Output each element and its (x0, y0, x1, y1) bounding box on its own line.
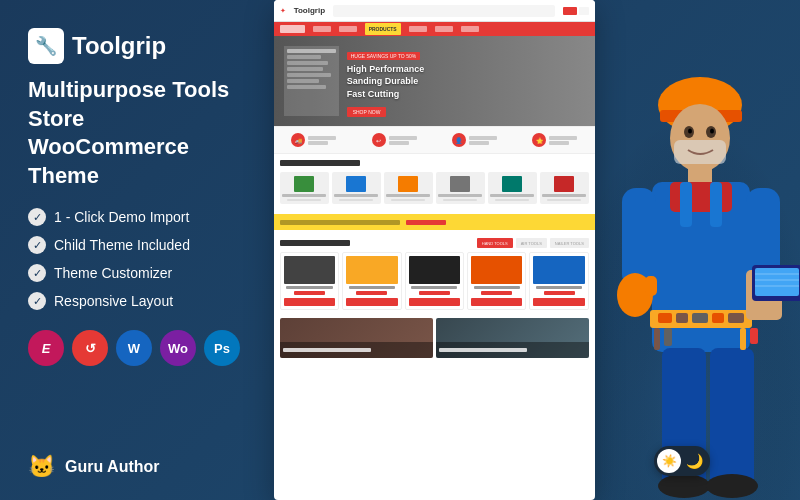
svg-rect-4 (674, 140, 726, 164)
cat-img-1 (294, 176, 314, 192)
left-panel: 🔧 Toolgrip Multipurpose Tools Store WooC… (0, 0, 274, 500)
cat-item-5[interactable] (488, 172, 537, 204)
products-section-title (280, 240, 350, 246)
add-to-cart-2[interactable] (346, 298, 397, 306)
feature-item-2: ✓ Child Theme Included (28, 236, 246, 254)
woocommerce-badge[interactable]: Wo (160, 330, 196, 366)
nav-item-2 (313, 26, 331, 32)
products-section: HAND TOOLS AIR TOOLS NAILER TOOLS (274, 234, 595, 314)
cat-item-3[interactable] (384, 172, 433, 204)
categories-title (280, 160, 360, 166)
tech-badges: E ↺ W Wo Ps (28, 330, 246, 366)
product-img-1 (284, 256, 335, 284)
svg-rect-17 (728, 313, 744, 323)
svg-rect-15 (692, 313, 708, 323)
svg-point-31 (706, 474, 758, 498)
preview-categories (274, 154, 595, 210)
product-card-5 (529, 252, 588, 310)
add-to-cart-1[interactable] (284, 298, 335, 306)
svg-rect-32 (654, 328, 660, 350)
check-icon-2: ✓ (28, 236, 46, 254)
main-container: 🔧 Toolgrip Multipurpose Tools Store WooC… (0, 0, 800, 500)
svg-rect-16 (712, 313, 724, 323)
elementor-badge[interactable]: E (28, 330, 64, 366)
svg-rect-20 (645, 276, 657, 296)
add-to-cart-5[interactable] (533, 298, 584, 306)
check-icon-1: ✓ (28, 208, 46, 226)
promo-bar (274, 214, 595, 230)
preview-header: ✦ Toolgrip (274, 0, 595, 22)
nav-item-5 (409, 26, 427, 32)
product-card-3 (405, 252, 464, 310)
svg-rect-29 (710, 348, 754, 488)
right-panel: ☀️ 🌙 (595, 0, 800, 500)
add-to-cart-4[interactable] (471, 298, 522, 306)
preview-footer-cards (274, 314, 595, 362)
theme-toggle[interactable]: ☀️ 🌙 (654, 446, 710, 476)
svg-point-30 (658, 474, 710, 498)
product-card-1 (280, 252, 339, 310)
svg-rect-34 (740, 328, 746, 350)
feat-gifts: ⭐ (532, 133, 577, 147)
cat-img-6 (554, 176, 574, 192)
svg-point-7 (688, 129, 692, 134)
svg-rect-37 (710, 182, 722, 227)
cat-item-4[interactable] (436, 172, 485, 204)
product-card-4 (467, 252, 526, 310)
hero-title: High PerformanceSanding DurableFast Cutt… (347, 63, 425, 101)
revolution-badge[interactable]: ↺ (72, 330, 108, 366)
preview-hero: HUGE SAVINGS UP TO 50% High PerformanceS… (274, 36, 595, 126)
svg-point-8 (710, 129, 714, 134)
products-header: HAND TOOLS AIR TOOLS NAILER TOOLS (280, 238, 589, 248)
feature-item-4: ✓ Responsive Layout (28, 292, 246, 310)
shipping-icon: 🚚 (291, 133, 305, 147)
product-tabs: HAND TOOLS AIR TOOLS NAILER TOOLS (477, 238, 589, 248)
feat-return: ↩ (372, 133, 417, 147)
preview-logo: Toolgrip (294, 6, 325, 15)
toggle-moon: 🌙 (686, 453, 707, 469)
footer-card-2[interactable] (436, 318, 589, 358)
preview-nav: PRODUCTS (274, 22, 595, 36)
nav-item-1 (280, 25, 305, 33)
feat-member: 👤 (452, 133, 497, 147)
cat-item-2[interactable] (332, 172, 381, 204)
preview-panel: ✦ Toolgrip PRODUCTS (274, 0, 595, 500)
hero-shop-btn[interactable]: SHOP NOW (347, 107, 387, 117)
features-list: ✓ 1 - Click Demo Import ✓ Child Theme In… (28, 208, 246, 310)
member-icon: 👤 (452, 133, 466, 147)
feature-item-3: ✓ Theme Customizer (28, 264, 246, 282)
category-grid (280, 172, 589, 204)
svg-rect-11 (670, 182, 732, 212)
tab-nailer-tools[interactable]: NAILER TOOLS (550, 238, 589, 248)
tab-hand-tools[interactable]: HAND TOOLS (477, 238, 513, 248)
nav-item-7 (461, 26, 479, 32)
hero-badge: HUGE SAVINGS UP TO 50% (347, 52, 421, 60)
cat-item-1[interactable] (280, 172, 329, 204)
wordpress-badge[interactable]: W (116, 330, 152, 366)
sun-icon: ☀️ (662, 454, 677, 468)
product-img-5 (533, 256, 584, 284)
photoshop-badge[interactable]: Ps (204, 330, 240, 366)
gifts-icon: ⭐ (532, 133, 546, 147)
cat-item-6[interactable] (540, 172, 589, 204)
footer-card-1[interactable] (280, 318, 433, 358)
product-img-4 (471, 256, 522, 284)
moon-icon: 🌙 (686, 453, 703, 469)
promo-link[interactable] (406, 220, 446, 225)
logo-text: Toolgrip (72, 32, 166, 60)
tab-air-tools[interactable]: AIR TOOLS (516, 238, 547, 248)
svg-rect-24 (755, 268, 799, 296)
product-img-3 (409, 256, 460, 284)
product-img-2 (346, 256, 397, 284)
author-area: 🐱 Guru Author (28, 454, 246, 480)
feature-item-1: ✓ 1 - Click Demo Import (28, 208, 246, 226)
cat-img-4 (450, 176, 470, 192)
preview-features-bar: 🚚 ↩ 👤 ⭐ (274, 126, 595, 154)
preview-search-bar (333, 5, 555, 17)
nav-item-3 (339, 26, 357, 32)
author-cat-icon: 🐱 (28, 454, 55, 480)
nav-item-6 (435, 26, 453, 32)
add-to-cart-3[interactable] (409, 298, 460, 306)
cat-img-5 (502, 176, 522, 192)
toggle-sun: ☀️ (657, 449, 681, 473)
